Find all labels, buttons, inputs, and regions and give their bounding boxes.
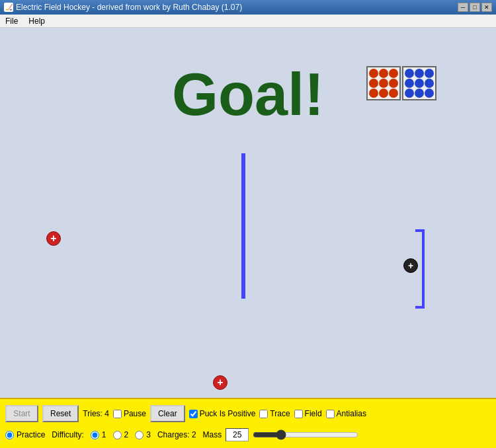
close-button[interactable]: ✕ <box>481 3 492 12</box>
game-area[interactable]: Goal! + + + <box>0 28 496 398</box>
trace-checkbox[interactable] <box>259 410 268 418</box>
control-panel: Start Reset Tries: 4 Pause Clear Puck Is… <box>0 398 496 448</box>
controls-row1: Start Reset Tries: 4 Pause Clear Puck Is… <box>5 402 491 426</box>
charges-label: Charges: 2 <box>157 430 196 439</box>
red-charge-9 <box>389 89 398 98</box>
field-checkbox[interactable] <box>294 410 303 418</box>
red-charge-1 <box>369 69 378 78</box>
window-title: Electric Field Hockey - derived from wor… <box>16 3 242 12</box>
practice-radio-group[interactable]: Practice <box>5 430 45 439</box>
menu-help[interactable]: Help <box>23 15 50 27</box>
field-check[interactable]: Field <box>294 409 322 418</box>
red-charge-6 <box>389 79 398 88</box>
center-divider-line <box>241 153 245 299</box>
blue-charge-7 <box>405 89 414 98</box>
blue-charge-2 <box>415 69 424 78</box>
app-icon: 🏒 <box>4 3 13 12</box>
controls-row2: Practice Difficulty: 1 2 3 Charges: 2 Ma… <box>5 426 491 444</box>
blue-charge-6 <box>425 79 434 88</box>
antialias-check[interactable]: Antialias <box>326 409 366 418</box>
difficulty-1-radio[interactable] <box>91 431 99 439</box>
antialias-checkbox[interactable] <box>326 410 335 418</box>
mass-section: Mass <box>203 428 359 441</box>
blue-charge-4 <box>405 79 414 88</box>
red-charge-2 <box>379 69 388 78</box>
puck[interactable]: + <box>403 258 418 273</box>
red-charge-8 <box>379 89 388 98</box>
maximize-button[interactable]: □ <box>470 3 480 12</box>
difficulty-2-label: 2 <box>124 430 129 439</box>
puck-positive-check[interactable]: Puck Is Positive <box>189 409 256 418</box>
red-charge-7 <box>369 89 378 98</box>
difficulty-label: Difficulty: <box>52 430 83 439</box>
left-charge[interactable]: + <box>46 231 61 246</box>
practice-radio[interactable] <box>5 431 14 439</box>
difficulty-2-group[interactable]: 2 <box>113 430 129 439</box>
clear-button[interactable]: Clear <box>150 405 185 422</box>
blue-charge-3 <box>425 69 434 78</box>
trace-label: Trace <box>270 409 290 418</box>
field-label: Field <box>305 409 322 418</box>
trace-check[interactable]: Trace <box>259 409 290 418</box>
pause-checkbox[interactable] <box>113 410 122 418</box>
difficulty-2-radio[interactable] <box>113 431 122 439</box>
blue-charge-1 <box>405 69 414 78</box>
difficulty-3-radio[interactable] <box>135 431 144 439</box>
puck-positive-label: Puck Is Positive <box>200 409 256 418</box>
bottom-charge[interactable]: + <box>213 375 227 390</box>
start-button[interactable]: Start <box>5 405 38 422</box>
mass-slider[interactable] <box>253 428 358 441</box>
pause-label: Pause <box>124 409 146 418</box>
antialias-label: Antialias <box>337 409 366 418</box>
menu-bar: File Help <box>0 15 496 28</box>
blue-charge-8 <box>415 89 424 98</box>
difficulty-1-group[interactable]: 1 <box>91 430 106 439</box>
reset-button[interactable]: Reset <box>42 405 79 422</box>
minimize-button[interactable]: ─ <box>458 3 468 12</box>
title-bar-controls[interactable]: ─ □ ✕ <box>458 3 492 12</box>
red-charge-3 <box>389 69 398 78</box>
practice-label: Practice <box>17 430 45 439</box>
blue-charge-box <box>402 66 436 100</box>
red-charge-box <box>366 66 401 100</box>
title-bar: 🏒 Electric Field Hockey - derived from w… <box>0 0 496 15</box>
blue-charge-5 <box>415 79 424 88</box>
charge-icons-panel <box>366 66 436 100</box>
menu-file[interactable]: File <box>0 15 23 27</box>
difficulty-3-label: 3 <box>146 430 151 439</box>
mass-label: Mass <box>203 430 222 439</box>
title-bar-left: 🏒 Electric Field Hockey - derived from w… <box>4 3 242 12</box>
blue-charge-9 <box>425 89 434 98</box>
pause-check[interactable]: Pause <box>113 409 146 418</box>
red-charge-5 <box>379 79 388 88</box>
difficulty-3-group[interactable]: 3 <box>135 430 151 439</box>
difficulty-1-label: 1 <box>102 430 106 439</box>
red-charge-4 <box>369 79 378 88</box>
mass-input[interactable] <box>226 428 249 441</box>
tries-label: Tries: 4 <box>83 409 109 418</box>
puck-positive-checkbox[interactable] <box>189 410 198 418</box>
